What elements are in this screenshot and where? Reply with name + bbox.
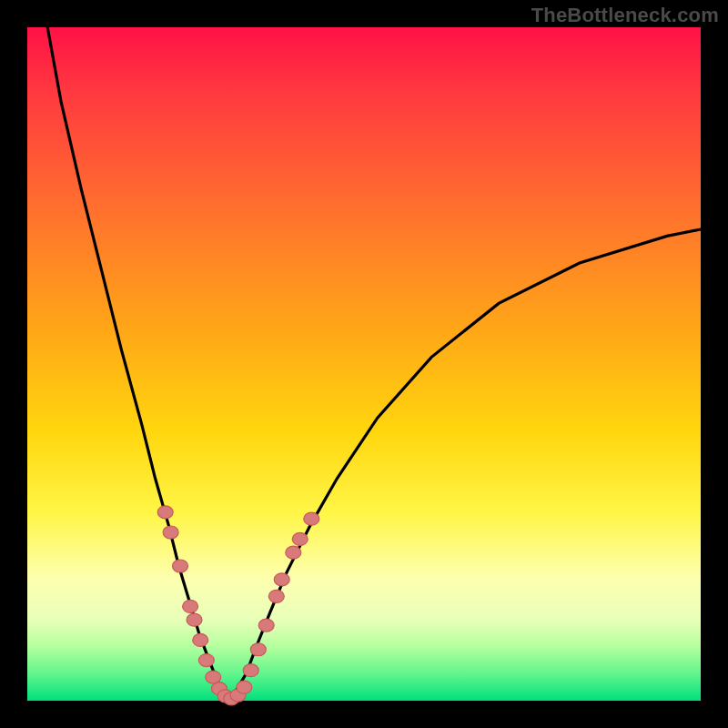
- watermark-text: TheBottleneck.com: [531, 4, 719, 27]
- marker-point: [193, 633, 208, 646]
- marker-point: [183, 600, 198, 612]
- marker-point: [292, 532, 308, 545]
- marker-point: [206, 671, 221, 683]
- marker-point: [198, 654, 214, 667]
- marker-point: [163, 526, 178, 539]
- marker-point: [286, 546, 301, 559]
- marker-point: [237, 681, 252, 693]
- highlighted-points: [157, 506, 319, 705]
- chart-frame: TheBottleneck.com: [0, 0, 728, 728]
- marker-point: [304, 512, 319, 525]
- bottleneck-curve-right: [229, 229, 701, 701]
- marker-point: [258, 619, 274, 632]
- marker-point: [274, 573, 289, 586]
- marker-point: [172, 560, 187, 572]
- plot-area: [27, 27, 701, 701]
- curve-svg: [27, 27, 701, 701]
- bottleneck-curve-left: [47, 27, 229, 701]
- marker-point: [268, 590, 284, 602]
- marker-point: [157, 506, 173, 519]
- marker-point: [250, 643, 266, 656]
- marker-point: [187, 613, 202, 626]
- marker-point: [243, 664, 258, 677]
